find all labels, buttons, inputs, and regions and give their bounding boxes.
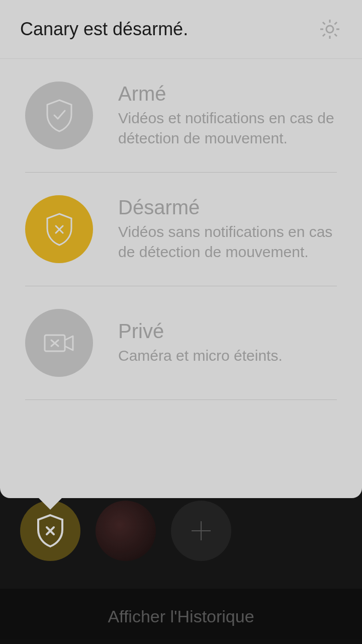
shield-x-icon (35, 514, 66, 548)
svg-point-0 (326, 26, 333, 33)
mode-option-armed[interactable]: Armé Vidéos et notifications en cas de d… (25, 59, 337, 173)
mode-text-armed: Armé Vidéos et notifications en cas de d… (118, 83, 337, 149)
user-avatar[interactable] (96, 501, 156, 561)
panel-title: Canary est désarmé. (20, 19, 188, 40)
mode-icon-private (25, 309, 93, 377)
camera-off-icon (42, 330, 77, 356)
history-label: Afficher l'Historique (108, 607, 254, 626)
mode-title: Privé (118, 320, 337, 343)
mode-text-disarmed: Désarmé Vidéos sans notifications en cas… (118, 196, 337, 263)
mode-option-disarmed[interactable]: Désarmé Vidéos sans notifications en cas… (25, 173, 337, 286)
settings-button[interactable] (318, 17, 342, 41)
mode-description: Vidéos et notifications en cas de détect… (118, 108, 337, 149)
mode-title: Armé (118, 83, 337, 105)
history-button[interactable]: Afficher l'Historique (0, 589, 362, 644)
mode-panel: Canary est désarmé. Armé Vidéos et notif… (0, 0, 362, 498)
add-button[interactable] (171, 501, 231, 561)
mode-text-private: Privé Caméra et micro éteints. (118, 320, 337, 366)
mode-icon-armed (25, 82, 93, 149)
mode-indicator-button[interactable] (20, 501, 80, 561)
mode-list: Armé Vidéos et notifications en cas de d… (0, 59, 362, 400)
panel-header: Canary est désarmé. (0, 0, 362, 59)
mode-option-private[interactable]: Privé Caméra et micro éteints. (25, 286, 337, 400)
shield-x-icon (44, 212, 75, 247)
mode-description: Caméra et micro éteints. (118, 346, 337, 366)
mode-icon-disarmed (25, 195, 93, 263)
mode-description: Vidéos sans notifications en cas de déte… (118, 222, 337, 263)
shield-check-icon (44, 99, 75, 133)
mode-title: Désarmé (118, 196, 337, 219)
plus-icon (189, 518, 214, 543)
gear-icon (318, 18, 341, 41)
